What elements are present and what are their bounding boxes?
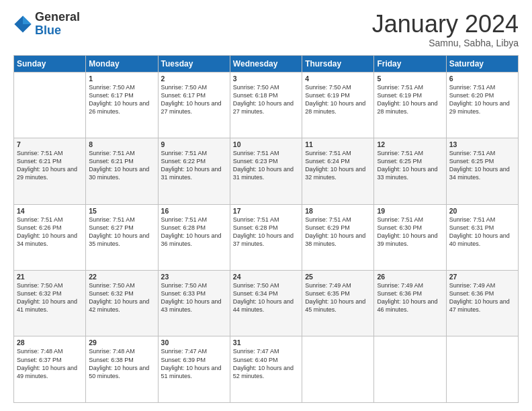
cell-info: Sunrise: 7:51 AM Sunset: 6:26 PM Dayligh…: [17, 216, 83, 248]
header-row: Sunday Monday Tuesday Wednesday Thursday…: [14, 55, 519, 72]
cell-3-5: 18Sunrise: 7:51 AM Sunset: 6:29 PM Dayli…: [302, 204, 374, 270]
cell-info: Sunrise: 7:50 AM Sunset: 6:34 PM Dayligh…: [233, 281, 299, 314]
cell-info: Sunrise: 7:51 AM Sunset: 6:29 PM Dayligh…: [305, 216, 371, 248]
month-title: January 2024: [372, 11, 519, 38]
cell-4-7: 27Sunrise: 7:49 AM Sunset: 6:36 PM Dayli…: [446, 271, 518, 336]
cell-2-4: 10Sunrise: 7:51 AM Sunset: 6:23 PM Dayli…: [230, 138, 302, 204]
col-sunday: Sunday: [14, 55, 86, 72]
col-saturday: Saturday: [446, 55, 518, 72]
day-number: 12: [377, 140, 443, 148]
cell-1-1: [14, 72, 86, 138]
week-row-2: 7Sunrise: 7:51 AM Sunset: 6:21 PM Daylig…: [14, 138, 519, 204]
cell-1-4: 3Sunrise: 7:50 AM Sunset: 6:18 PM Daylig…: [230, 72, 302, 138]
day-number: 17: [233, 207, 299, 215]
cell-info: Sunrise: 7:51 AM Sunset: 6:21 PM Dayligh…: [17, 149, 83, 182]
svg-marker-1: [23, 15, 32, 24]
day-number: 25: [305, 273, 371, 281]
day-number: 23: [161, 273, 227, 281]
day-number: 19: [377, 207, 443, 215]
day-number: 27: [449, 273, 515, 281]
day-number: 29: [89, 338, 154, 347]
week-row-1: 1Sunrise: 7:50 AM Sunset: 6:17 PM Daylig…: [14, 72, 519, 138]
cell-3-1: 14Sunrise: 7:51 AM Sunset: 6:26 PM Dayli…: [14, 204, 86, 270]
cell-1-5: 4Sunrise: 7:50 AM Sunset: 6:19 PM Daylig…: [302, 72, 374, 138]
page: General Blue January 2024 Samnu, Sabha, …: [0, 0, 532, 411]
cell-2-3: 9Sunrise: 7:51 AM Sunset: 6:22 PM Daylig…: [158, 138, 230, 204]
col-friday: Friday: [374, 55, 446, 72]
day-number: 4: [305, 75, 371, 83]
day-number: 20: [449, 207, 515, 215]
cell-info: Sunrise: 7:50 AM Sunset: 6:17 PM Dayligh…: [161, 83, 227, 116]
logo: General Blue: [13, 11, 80, 38]
cell-info: Sunrise: 7:51 AM Sunset: 6:30 PM Dayligh…: [377, 216, 443, 248]
day-number: 1: [89, 75, 154, 83]
week-row-4: 21Sunrise: 7:50 AM Sunset: 6:32 PM Dayli…: [14, 271, 519, 336]
day-number: 15: [89, 207, 154, 215]
cell-info: Sunrise: 7:50 AM Sunset: 6:18 PM Dayligh…: [233, 83, 299, 116]
col-monday: Monday: [86, 55, 158, 72]
cell-5-2: 29Sunrise: 7:48 AM Sunset: 6:38 PM Dayli…: [86, 336, 158, 403]
cell-info: Sunrise: 7:48 AM Sunset: 6:38 PM Dayligh…: [89, 347, 154, 380]
day-number: 9: [161, 140, 227, 148]
cell-5-5: [302, 336, 374, 403]
cell-info: Sunrise: 7:51 AM Sunset: 6:25 PM Dayligh…: [377, 149, 443, 182]
cell-info: Sunrise: 7:51 AM Sunset: 6:27 PM Dayligh…: [89, 216, 154, 248]
logo-icon: [13, 15, 32, 34]
cell-2-6: 12Sunrise: 7:51 AM Sunset: 6:25 PM Dayli…: [374, 138, 446, 204]
cell-3-3: 16Sunrise: 7:51 AM Sunset: 6:28 PM Dayli…: [158, 204, 230, 270]
cell-info: Sunrise: 7:47 AM Sunset: 6:39 PM Dayligh…: [161, 347, 227, 380]
logo-text: General Blue: [35, 11, 80, 38]
day-number: 10: [233, 140, 299, 148]
cell-1-2: 1Sunrise: 7:50 AM Sunset: 6:17 PM Daylig…: [86, 72, 158, 138]
day-number: 16: [161, 207, 227, 215]
day-number: 21: [17, 273, 83, 281]
cell-5-6: [374, 336, 446, 403]
cell-info: Sunrise: 7:51 AM Sunset: 6:23 PM Dayligh…: [233, 149, 299, 182]
logo-blue-text: Blue: [35, 24, 80, 38]
cell-4-2: 22Sunrise: 7:50 AM Sunset: 6:32 PM Dayli…: [86, 271, 158, 336]
title-section: January 2024 Samnu, Sabha, Libya: [372, 11, 519, 48]
cell-4-5: 25Sunrise: 7:49 AM Sunset: 6:35 PM Dayli…: [302, 271, 374, 336]
cell-2-2: 8Sunrise: 7:51 AM Sunset: 6:21 PM Daylig…: [86, 138, 158, 204]
cell-info: Sunrise: 7:50 AM Sunset: 6:32 PM Dayligh…: [89, 281, 154, 314]
day-number: 28: [17, 338, 83, 347]
col-wednesday: Wednesday: [230, 55, 302, 72]
day-number: 3: [233, 75, 299, 83]
cell-info: Sunrise: 7:51 AM Sunset: 6:31 PM Dayligh…: [449, 216, 515, 248]
col-thursday: Thursday: [302, 55, 374, 72]
cell-info: Sunrise: 7:50 AM Sunset: 6:33 PM Dayligh…: [161, 281, 227, 314]
day-number: 8: [89, 140, 154, 148]
cell-info: Sunrise: 7:51 AM Sunset: 6:19 PM Dayligh…: [377, 83, 443, 116]
cell-1-7: 6Sunrise: 7:51 AM Sunset: 6:20 PM Daylig…: [446, 72, 518, 138]
cell-5-4: 31Sunrise: 7:47 AM Sunset: 6:40 PM Dayli…: [230, 336, 302, 403]
cell-info: Sunrise: 7:51 AM Sunset: 6:28 PM Dayligh…: [233, 216, 299, 248]
day-number: 13: [449, 140, 515, 148]
cell-info: Sunrise: 7:51 AM Sunset: 6:24 PM Dayligh…: [305, 149, 371, 182]
week-row-5: 28Sunrise: 7:48 AM Sunset: 6:37 PM Dayli…: [14, 336, 519, 403]
day-number: 31: [233, 338, 299, 347]
cell-3-6: 19Sunrise: 7:51 AM Sunset: 6:30 PM Dayli…: [374, 204, 446, 270]
col-tuesday: Tuesday: [158, 55, 230, 72]
calendar-table: Sunday Monday Tuesday Wednesday Thursday…: [13, 55, 519, 403]
cell-info: Sunrise: 7:47 AM Sunset: 6:40 PM Dayligh…: [233, 347, 299, 380]
day-number: 6: [449, 75, 515, 83]
cell-info: Sunrise: 7:51 AM Sunset: 6:20 PM Dayligh…: [449, 83, 515, 116]
day-number: 18: [305, 207, 371, 215]
logo-general-text: General: [35, 11, 80, 24]
day-number: 26: [377, 273, 443, 281]
header: General Blue January 2024 Samnu, Sabha, …: [13, 11, 519, 48]
cell-info: Sunrise: 7:50 AM Sunset: 6:19 PM Dayligh…: [305, 83, 371, 116]
cell-info: Sunrise: 7:51 AM Sunset: 6:25 PM Dayligh…: [449, 149, 515, 182]
cell-4-4: 24Sunrise: 7:50 AM Sunset: 6:34 PM Dayli…: [230, 271, 302, 336]
cell-info: Sunrise: 7:50 AM Sunset: 6:17 PM Dayligh…: [89, 83, 154, 116]
location-subtitle: Samnu, Sabha, Libya: [372, 38, 519, 48]
cell-5-7: [446, 336, 518, 403]
day-number: 14: [17, 207, 83, 215]
day-number: 7: [17, 140, 83, 148]
day-number: 22: [89, 273, 154, 281]
day-number: 30: [161, 338, 227, 347]
cell-5-1: 28Sunrise: 7:48 AM Sunset: 6:37 PM Dayli…: [14, 336, 86, 403]
cell-2-5: 11Sunrise: 7:51 AM Sunset: 6:24 PM Dayli…: [302, 138, 374, 204]
day-number: 2: [161, 75, 227, 83]
cell-info: Sunrise: 7:49 AM Sunset: 6:36 PM Dayligh…: [377, 281, 443, 314]
